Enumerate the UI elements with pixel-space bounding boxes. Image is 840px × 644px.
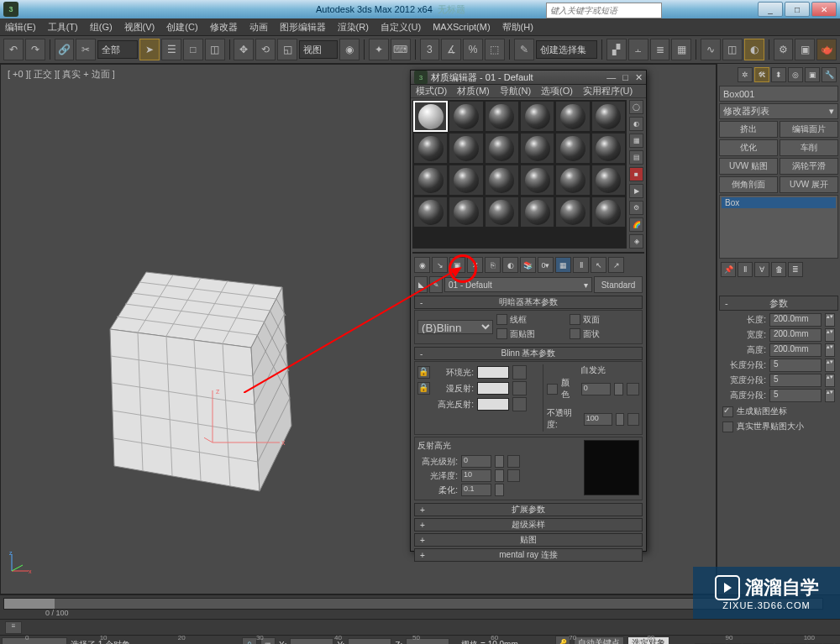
sample-type-icon[interactable]: ◯ <box>629 100 643 114</box>
menu-tools[interactable]: 工具(T) <box>48 21 78 34</box>
tab-utilities-icon[interactable]: 🔧 <box>822 67 837 82</box>
medit-maximize-icon[interactable]: □ <box>622 72 628 83</box>
medit-minimize-icon[interactable]: — <box>606 72 616 83</box>
menu-modifiers[interactable]: 修改器 <box>210 21 238 34</box>
twosided-checkbox[interactable] <box>570 314 580 325</box>
modifier-btn-editpatch[interactable]: 编辑面片 <box>780 121 838 138</box>
menu-group[interactable]: 组(G) <box>90 21 113 34</box>
put-library-icon[interactable]: 📚 <box>520 257 536 273</box>
remove-modifier-icon[interactable]: 🗑 <box>771 262 786 277</box>
edit-selection-icon[interactable]: ✎ <box>514 39 534 60</box>
keyboard-icon[interactable]: ⌨ <box>391 39 411 60</box>
percent-snap-icon[interactable]: % <box>463 39 483 60</box>
menu-maxscript[interactable]: MAXScript(M) <box>433 22 490 32</box>
make-preview-icon[interactable]: ▶ <box>629 184 643 198</box>
modifier-btn-bevelprofile[interactable]: 倒角剖面 <box>719 176 778 193</box>
menu-edit[interactable]: 编辑(E) <box>5 21 36 34</box>
link-icon[interactable]: 🔗 <box>55 39 75 60</box>
redo-icon[interactable]: ↷ <box>25 39 45 60</box>
select-tool-icon[interactable]: ➤ <box>139 39 160 60</box>
soft-value[interactable]: 0.1 <box>461 484 491 496</box>
material-slot[interactable] <box>485 196 519 228</box>
tab-motion-icon[interactable]: ◎ <box>788 67 803 82</box>
select-region-icon[interactable]: □ <box>183 39 203 60</box>
configure-sets-icon[interactable]: ≣ <box>788 262 803 277</box>
specular-map-icon[interactable] <box>512 397 527 411</box>
param-spinner[interactable]: ▴▾ <box>825 313 835 327</box>
render-prod-icon[interactable]: 🫖 <box>816 39 837 60</box>
gloss-value[interactable]: 10 <box>461 469 491 482</box>
param-value[interactable]: 5 <box>769 359 822 372</box>
param-spinner[interactable]: ▴▾ <box>825 359 835 372</box>
search-help-input[interactable] <box>546 3 662 18</box>
menu-create[interactable]: 创建(C) <box>166 21 197 34</box>
param-value[interactable]: 200.0mm <box>769 343 822 357</box>
pick-material-icon[interactable]: ◣ <box>414 276 428 293</box>
material-slot[interactable] <box>449 101 483 132</box>
rollout-blinn-basic[interactable]: Blinn 基本参数 <box>414 347 643 360</box>
trackbar-toggle-icon[interactable]: ≡ <box>5 621 22 634</box>
make-unique-icon[interactable]: ∀ <box>754 262 769 277</box>
modifier-btn-lathe[interactable]: 车削 <box>780 139 838 156</box>
selfillum-value[interactable]: 0 <box>581 383 612 395</box>
scale-tool-icon[interactable]: ◱ <box>277 39 297 60</box>
material-editor-icon[interactable]: ◐ <box>744 39 764 60</box>
shader-type-dropdown[interactable]: (B)Blinn <box>417 320 493 334</box>
modifier-btn-uvwmap[interactable]: UVW 贴图 <box>719 158 778 175</box>
pivot-icon[interactable]: ◉ <box>339 39 360 60</box>
rollout-extended[interactable]: 扩展参数 <box>414 503 643 516</box>
material-slot[interactable] <box>449 133 483 164</box>
layers-icon[interactable]: ≣ <box>650 39 670 60</box>
param-value[interactable]: 200.0mm <box>769 328 822 342</box>
named-selection[interactable]: 创建选择集 <box>536 40 598 59</box>
tab-modify-icon[interactable]: 🛠 <box>754 67 769 82</box>
show-map-icon[interactable]: ▦ <box>555 257 571 273</box>
param-spinner[interactable]: ▴▾ <box>825 328 835 342</box>
material-slot[interactable] <box>485 165 519 196</box>
background-icon[interactable]: ▦ <box>629 134 643 148</box>
param-value[interactable]: 5 <box>769 374 822 387</box>
opacity-value[interactable]: 100 <box>584 413 612 426</box>
medit-menu-options[interactable]: 选项(O) <box>541 85 573 97</box>
schematic-icon[interactable]: ◫ <box>722 39 743 60</box>
material-slot[interactable] <box>520 165 554 196</box>
spinner-snap-icon[interactable]: ⬚ <box>485 39 505 60</box>
tab-hierarchy-icon[interactable]: ⬍ <box>771 67 786 82</box>
show-end-icon[interactable]: Ⅱ <box>573 257 589 273</box>
video-check-icon[interactable]: ■ <box>629 167 643 181</box>
material-slot[interactable] <box>591 133 626 164</box>
manip-icon[interactable]: ✦ <box>369 39 389 60</box>
selfillum-spinner[interactable] <box>614 383 623 395</box>
angle-snap-icon[interactable]: ∡ <box>441 39 461 60</box>
stack-item-box[interactable]: Box <box>722 197 836 208</box>
window-crossing-icon[interactable]: ◫ <box>205 39 225 60</box>
material-slot[interactable] <box>520 133 554 164</box>
material-name-input[interactable]: 01 - Default▾ <box>444 277 592 292</box>
dropper-icon[interactable]: ✎ <box>429 276 443 293</box>
modifier-btn-extrude[interactable]: 挤出 <box>719 121 778 138</box>
backlight-icon[interactable]: ◐ <box>629 117 643 131</box>
ambient-lock-icon[interactable]: 🔒 <box>417 366 430 379</box>
render-frame-icon[interactable]: ▣ <box>795 39 815 60</box>
medit-menu-mode[interactable]: 模式(D) <box>416 85 447 97</box>
material-slot[interactable] <box>413 165 448 196</box>
tab-display-icon[interactable]: ▣ <box>805 67 820 82</box>
select-name-icon[interactable]: ☰ <box>161 39 181 60</box>
medit-menu-util[interactable]: 实用程序(U) <box>583 85 633 97</box>
material-type-button[interactable]: Standard <box>594 276 643 293</box>
material-slot[interactable] <box>555 196 590 228</box>
rollout-maps[interactable]: 贴图 <box>414 533 643 547</box>
reset-map-icon[interactable]: ✕ <box>467 257 483 273</box>
material-slot[interactable] <box>413 133 448 164</box>
go-forward-icon[interactable]: ↗ <box>608 257 624 273</box>
maximize-button[interactable]: □ <box>785 2 810 17</box>
rollout-mentalray[interactable]: mental ray 连接 <box>414 548 643 562</box>
param-spinner[interactable]: ▴▾ <box>825 343 835 357</box>
wire-checkbox[interactable] <box>496 314 507 325</box>
ambient-map-icon[interactable] <box>512 365 527 380</box>
diffuse-swatch[interactable] <box>477 382 509 395</box>
material-slot[interactable] <box>449 165 483 196</box>
material-slot[interactable] <box>449 196 483 228</box>
sample-uv-icon[interactable]: ▤ <box>629 150 643 165</box>
medit-menu-nav[interactable]: 导航(N) <box>500 85 531 97</box>
